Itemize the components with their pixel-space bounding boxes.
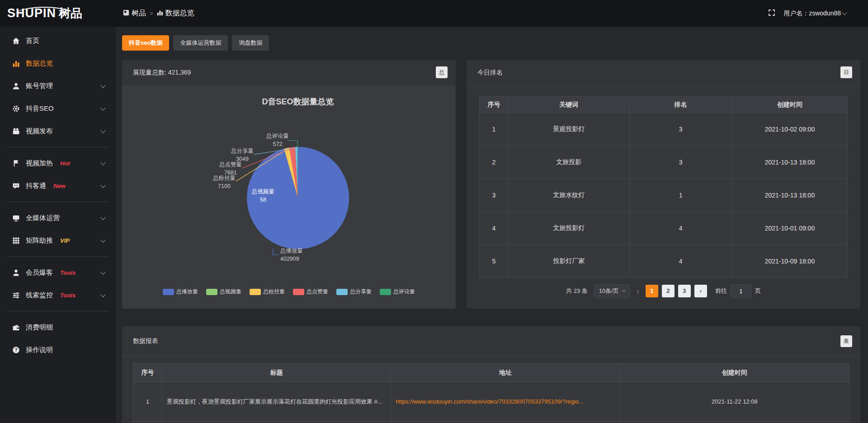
tab-media-operation-data[interactable]: 全媒体运营数据 (173, 35, 228, 51)
report-card-header: 数据报表 (122, 326, 860, 357)
sidebar-item-douketong[interactable]: 抖客通 New (0, 174, 116, 197)
sidebar-item-account[interactable]: 账号管理 (0, 75, 116, 97)
fullscreen-icon[interactable] (768, 9, 775, 18)
goto-label: 前往 (715, 287, 727, 295)
user-menu[interactable]: 用户名：zswodun88 (783, 9, 846, 18)
legend-item-5[interactable]: 总评论量 (380, 288, 415, 296)
pie-label-leader (288, 141, 297, 147)
tab-douyin-seo-data[interactable]: 抖音seo数据 (122, 35, 169, 51)
sidebar-item-video-heat[interactable]: 视频加热 Hot (0, 152, 116, 174)
page-button-3[interactable]: 3 (678, 285, 691, 297)
next-page-button[interactable]: › (694, 285, 707, 297)
cell-time: 2021-10-09 18:00 (732, 245, 847, 278)
sidebar-item-consumption-detail[interactable]: 消费明细 (0, 316, 116, 338)
legend-item-4[interactable]: 总分享量 (336, 288, 372, 296)
page-button-2[interactable]: 2 (662, 285, 675, 297)
page-button-1[interactable]: 1 (646, 285, 658, 297)
sidebar-item-label: 首页 (26, 37, 39, 45)
chart-card-header: 展现量总数: 421,369 (122, 60, 456, 86)
legend-item-2[interactable]: 总粉丝量 (250, 288, 285, 296)
chevron-down-icon (100, 83, 105, 88)
tools-badge: Tools (60, 292, 75, 299)
legend-item-1[interactable]: 总视频量 (206, 288, 241, 296)
cell-time: 2021-10-13 18:00 (732, 146, 847, 179)
cell-keyword: 文旅水纹灯 (509, 179, 630, 212)
chevron-down-icon (100, 292, 105, 297)
sidebar-item-data-overview[interactable]: 数据总览 (0, 52, 116, 75)
video-link[interactable]: https://www.iesdouyin.com/share/video/70… (396, 398, 584, 405)
legend-label: 总评论量 (393, 288, 415, 296)
sidebar-divider (7, 311, 108, 311)
goto-page-input[interactable] (731, 284, 751, 298)
legend-swatch (380, 289, 391, 295)
cell-time: 2021-10-02 09:00 (732, 113, 847, 146)
legend-item-0[interactable]: 总播放量 (163, 288, 198, 296)
sidebar-item-clue-monitor[interactable]: 线索监控 Tools (0, 284, 116, 306)
total-toggle-button[interactable]: 总 (436, 66, 448, 78)
cell-time: 2021-10-13 18:00 (732, 179, 847, 212)
chevron-down-icon (100, 269, 105, 274)
pie-label-leader (273, 249, 278, 255)
chart-body: D音SEO数据量总览 总播放量402909总视频量58总粉丝量7100总点赞量7… (122, 86, 456, 309)
chevron-down-icon (100, 105, 105, 110)
tab-inquiry-data[interactable]: 询盘数据 (232, 35, 269, 51)
chevron-down-icon (100, 128, 105, 133)
ranking-table: 序号 关键词 排名 创建时间 1 景观投影灯 3 2021-10-02 09:0… (479, 96, 848, 278)
sidebar-item-member-burst[interactable]: 会员爆客 Tools (0, 261, 116, 284)
vip-badge: VIP (60, 237, 70, 244)
prev-page-button[interactable]: ‹ (634, 287, 642, 296)
cell-keyword: 景观投影灯 (509, 113, 630, 146)
table-body: 1 景观投影灯 3 2021-10-02 09:00 2 文旅投影 3 2021… (480, 113, 847, 278)
bar-chart-icon (12, 59, 20, 67)
page-size-select[interactable]: 10条/页 (594, 284, 630, 298)
table-toggle-button[interactable]: 表 (840, 335, 852, 347)
column-header: 地址 (391, 363, 620, 382)
sidebar-item-label: 视频加热 (26, 159, 53, 168)
column-header: 标题 (162, 363, 391, 382)
cell-title: 景观投影灯，夜游景观投影灯厂家展示展示落花灯在花园里的灯光投影应用效果 #... (162, 382, 391, 421)
table-body: 1 景观投影灯，夜游景观投影灯厂家展示展示落花灯在花园里的灯光投影应用效果 #.… (133, 382, 849, 423)
legend-swatch (293, 289, 304, 295)
cell-time: 2021-10-01 09:00 (732, 212, 847, 245)
sidebar-divider (7, 147, 108, 147)
sidebar-item-video-publish[interactable]: 视频发布 (0, 120, 116, 142)
cell-time: 2021-11-22 12:08 (620, 382, 849, 421)
logo: SHUPIN 树品 (0, 5, 116, 21)
breadcrumb: 树品 > 数据总览 (123, 9, 194, 18)
legend-label: 总粉丝量 (263, 288, 285, 296)
day-toggle-button[interactable]: 日 (840, 66, 852, 78)
column-header: 关键词 (509, 97, 630, 113)
sidebar-item-media-operation[interactable]: 全媒体运营 (0, 207, 116, 229)
legend-swatch (336, 289, 348, 295)
pie-chart: D音SEO数据量总览 总播放量402909总视频量58总粉丝量7100总点赞量7… (122, 86, 456, 281)
sidebar-item-matrix-boost[interactable]: 矩阵助推 VIP (0, 229, 116, 252)
pie-label: 总视频量 (251, 188, 274, 195)
grid-icon (12, 236, 20, 244)
cell-keyword: 投影灯厂家 (509, 245, 630, 278)
table-row-partial (133, 421, 849, 423)
pie-chart-svg: 总播放量402909总视频量58总粉丝量7100总点赞量7681总分享量3049… (122, 86, 456, 281)
cell-index: 5 (480, 245, 509, 278)
cell-rank: 3 (630, 146, 732, 179)
pie-label: 总点赞量 (219, 161, 242, 168)
legend-label: 总分享量 (350, 288, 372, 296)
sidebar-item-home[interactable]: 首页 (0, 29, 116, 52)
breadcrumb-item-overview[interactable]: 数据总览 (157, 9, 194, 18)
pie-label: 总评论量 (266, 133, 289, 139)
sidebar-item-help[interactable]: ? 操作说明 (0, 338, 116, 361)
top-bar: SHUPIN 树品 树品 > 数据总览 用户名：zswo (0, 0, 868, 27)
sidebar-item-label: 数据总览 (26, 59, 53, 68)
legend-item-3[interactable]: 总点赞量 (293, 288, 328, 296)
sidebar-item-label: 全媒体运营 (26, 214, 60, 222)
chevron-down-icon (842, 10, 847, 15)
pie-label: 402909 (280, 256, 299, 262)
data-tabs: 抖音seo数据 全媒体运营数据 询盘数据 (122, 35, 860, 51)
sidebar-item-douyin-seo[interactable]: 抖音SEO (0, 97, 116, 120)
video-camera-icon (12, 127, 20, 135)
breadcrumb-item-home[interactable]: 树品 (123, 9, 146, 18)
cell-index: 3 (480, 179, 509, 212)
ranking-card-title: 今日排名 (477, 69, 503, 77)
column-header: 序号 (480, 97, 509, 113)
cell-rank: 1 (630, 179, 732, 212)
table-row: 1 景观投影灯 3 2021-10-02 09:00 (480, 113, 847, 146)
